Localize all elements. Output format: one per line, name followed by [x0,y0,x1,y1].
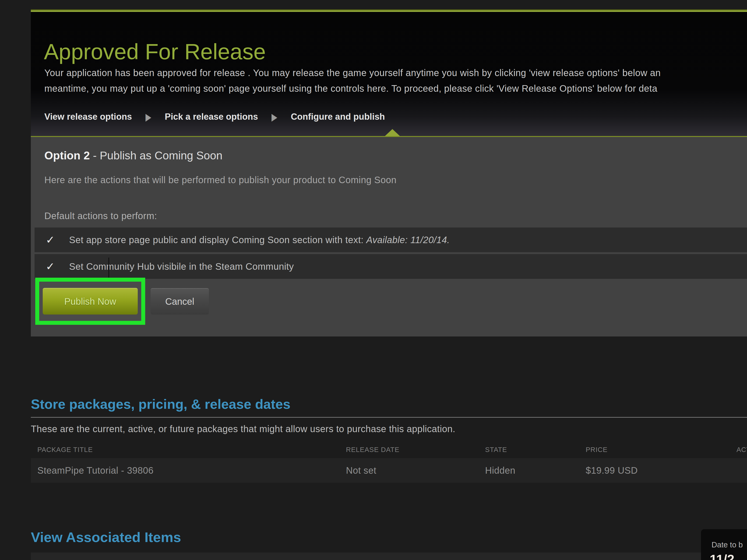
top-accent-rule [31,9,747,12]
default-actions-list: ✓ Set app store page public and display … [34,228,747,281]
text-cursor [108,258,109,279]
breadcrumb-step-configure-publish[interactable]: Configure and publish [291,112,385,122]
option-description: Here are the actions that will be perfor… [44,175,396,185]
packages-table: PACKAGE TITLE RELEASE DATE STATE PRICE A… [31,446,747,482]
action-item-text: Set Community Hub visibile in the Steam … [69,261,294,272]
page-header: Approved For Release Your application ha… [31,12,747,136]
option-heading: Option 2 - Publish as Coming Soon [44,149,223,162]
list-item: ✓ Set app store page public and display … [34,228,747,252]
page-description-line2: meantime, you may put up a 'coming soon'… [44,81,661,96]
store-packages-description: These are the current, active, or future… [31,424,747,434]
publish-button-highlight-inner: Publish Now [39,282,141,321]
check-icon: ✓ [46,234,69,246]
active-step-pointer-icon [385,129,400,136]
store-packages-heading[interactable]: Store packages, pricing, & release dates [31,396,747,412]
page-description-line1: Your application has been approved for r… [44,65,661,81]
price-cell: $19.99 USD [586,458,638,483]
column-header-package-title: PACKAGE TITLE [37,446,93,454]
breadcrumb: View release options ▶ Pick a release op… [44,112,385,122]
page-title: Approved For Release [44,39,266,64]
release-date-tooltip-value: 11/2 [710,552,735,560]
check-icon: ✓ [46,260,69,273]
action-item-date: Available: 11/20/14. [366,235,450,245]
release-date-tooltip-label: Date to b [712,540,743,549]
store-packages-section: Store packages, pricing, & release dates… [31,396,747,482]
state-cell: Hidden [485,458,515,483]
option-title: - Publish as Coming Soon [90,149,223,162]
column-header-price: PRICE [586,446,608,454]
section-divider [31,417,747,418]
default-actions-label: Default actions to perform: [44,211,157,221]
option-number: Option 2 [44,149,90,162]
clipped-content-row [31,553,747,560]
page-description: Your application has been approved for r… [44,65,661,96]
list-item: ✓ Set Community Hub visibile in the Stea… [34,254,747,279]
view-associated-items-heading[interactable]: View Associated Items [31,529,181,545]
breadcrumb-step-view-release-options[interactable]: View release options [44,112,132,122]
cancel-button[interactable]: Cancel [151,288,209,315]
publish-button-highlight: Publish Now [35,278,145,325]
release-date-cell: Not set [346,458,376,483]
column-header-actions: ACTIONS [737,446,747,454]
breadcrumb-step-pick-release-options[interactable]: Pick a release options [165,112,258,122]
publish-now-button[interactable]: Publish Now [43,288,138,315]
column-header-release-date: RELEASE DATE [346,446,400,454]
breadcrumb-arrow-icon: ▶ [146,111,151,123]
action-item-text: Set app store page public and display Co… [69,235,450,245]
release-date-tooltip: Date to b 11/2 [701,529,747,560]
column-header-state: STATE [485,446,507,454]
breadcrumb-arrow-icon: ▶ [272,111,277,123]
package-title-cell: SteamPipe Tutorial - 39806 [37,458,154,483]
associated-items-section: View Associated Items [31,529,181,545]
